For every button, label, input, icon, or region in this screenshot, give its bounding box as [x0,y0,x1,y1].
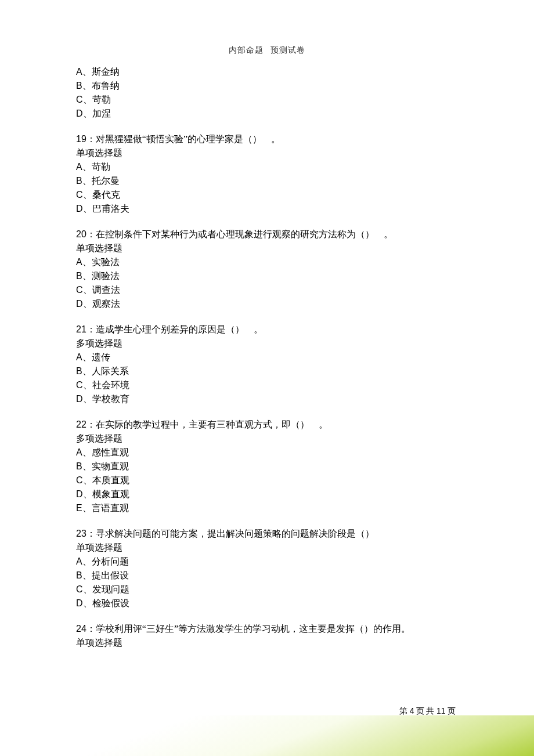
question-stem: 24：学校利用评“三好生”等方法激发学生的学习动机，这主要是发挥（）的作用。 [76,622,459,636]
option: C、社会环境 [76,378,459,392]
option-letter: A [76,67,82,77]
option-text: 观察法 [92,299,120,309]
question-stem: 23：寻求解决问题的可能方案，提出解决问题策略的问题解决阶段是（） [76,527,459,541]
option-letter: C [76,95,83,104]
option-sep: 、 [83,394,92,404]
option: C、发现问题 [76,583,459,596]
option: C、本质直观 [76,473,459,487]
question-type: 单项选择题 [76,241,459,255]
option-sep: 、 [83,190,92,200]
question-23: 23：寻求解决问题的可能方案，提出解决问题策略的问题解决阶段是（） 单项选择题 … [76,527,459,610]
question-number: 24 [76,624,86,634]
question-type: 单项选择题 [76,636,459,650]
option-letter: B [76,461,82,471]
option-text: 布鲁纳 [92,81,120,91]
option-sep: 、 [82,447,92,457]
option-sep: 、 [83,489,92,499]
question-number: 22 [76,419,86,429]
question-stem: 19：对黑猩猩做“顿悟实验”的心理学家是（） 。 [76,132,459,146]
option: D、巴甫洛夫 [76,202,459,216]
option-text: 分析问题 [92,556,129,566]
option-sep: 、 [83,285,92,295]
option-letter: D [76,489,83,499]
option-letter: C [76,285,83,295]
option: C、桑代克 [76,188,459,202]
option-text: 托尔曼 [92,176,120,186]
option-sep: 、 [82,81,92,91]
question-stem: 21：造成学生心理个别差异的原因是（） 。 [76,323,459,337]
content: A、斯金纳 B、布鲁纳 C、苛勒 D、加涅 19：对黑猩猩做“顿悟实验”的心理学… [76,65,459,650]
question-stem: 20：在控制条件下对某种行为或者心理现象进行观察的研究方法称为（） 。 [76,227,459,241]
stem-text: 学校利用评“三好生”等方法激发学生的学习动机，这主要是发挥（）的作用。 [96,624,410,634]
option-sep: 、 [83,598,92,608]
option-sep: 、 [83,584,92,594]
option: E、言语直观 [76,501,459,515]
option-text: 测验法 [92,271,120,281]
option: A、感性直观 [76,446,459,460]
option-text: 学校教育 [92,394,129,404]
option: A、遗传 [76,350,459,364]
option-sep: 、 [83,475,92,485]
page: 内部命题预测试卷 A、斯金纳 B、布鲁纳 C、苛勒 D、加涅 19：对黑猩猩做“… [0,0,534,756]
question-number: 21 [76,324,86,334]
option-text: 发现问题 [92,584,129,594]
option-letter: D [76,598,83,608]
option-letter: A [76,352,82,362]
option-letter: B [76,176,82,186]
option-sep: 、 [82,162,92,172]
footer-text-1: 第 [399,707,410,715]
option: A、分析问题 [76,555,459,569]
option-sep: 、 [83,204,92,214]
option-sep: 、 [82,503,92,513]
footer-page-total: 11 [436,706,446,715]
option-letter: A [76,162,82,172]
question-20: 20：在控制条件下对某种行为或者心理现象进行观察的研究方法称为（） 。 单项选择… [76,227,459,311]
option-text: 提出假设 [92,570,129,580]
option-letter: B [76,366,82,376]
option-text: 人际关系 [92,366,129,376]
option: B、提出假设 [76,569,459,583]
page-header: 内部命题预测试卷 [0,45,534,56]
colon: ： [86,529,96,538]
option-text: 巴甫洛夫 [92,204,129,214]
option: B、人际关系 [76,364,459,378]
option-letter: C [76,380,83,390]
option-sep: 、 [82,352,92,362]
question-type: 单项选择题 [76,146,459,160]
option-sep: 、 [82,366,92,376]
option-text: 苛勒 [92,162,110,172]
option: D、模象直观 [76,487,459,501]
option-sep: 、 [83,108,92,118]
option-sep: 、 [83,299,92,309]
question-number: 23 [76,529,86,538]
option-letter: C [76,584,83,594]
option: B、测验法 [76,269,459,283]
header-right: 预测试卷 [270,46,305,55]
option: D、加涅 [76,107,459,121]
option-letter: B [76,570,82,580]
option: B、实物直观 [76,460,459,473]
question-18-tail: A、斯金纳 B、布鲁纳 C、苛勒 D、加涅 [76,65,459,121]
option-text: 检验假设 [92,598,129,608]
option-sep: 、 [82,556,92,566]
question-type: 单项选择题 [76,541,459,555]
option-sep: 、 [82,67,92,77]
option-letter: A [76,447,82,457]
option-sep: 、 [82,176,92,186]
option-letter: B [76,81,82,91]
footer-text-2: 页 共 [414,707,436,715]
option-letter: D [76,108,83,118]
option: D、观察法 [76,297,459,311]
stem-text: 造成学生心理个别差异的原因是（） 。 [96,324,263,334]
option-text: 苛勒 [92,95,111,104]
footer-text-3: 页 [446,707,456,715]
option-text: 斯金纳 [92,67,120,77]
question-24: 24：学校利用评“三好生”等方法激发学生的学习动机，这主要是发挥（）的作用。 单… [76,622,459,650]
option-text: 实物直观 [92,461,129,471]
stem-text: 在实际的教学过程中，主要有三种直观方式，即（） 。 [96,419,328,429]
option-text: 感性直观 [92,447,129,457]
page-footer: 第 4 页 共 11 页 [399,706,456,717]
question-22: 22：在实际的教学过程中，主要有三种直观方式，即（） 。 多项选择题 A、感性直… [76,418,459,515]
option-text: 桑代克 [92,190,120,200]
question-21: 21：造成学生心理个别差异的原因是（） 。 多项选择题 A、遗传 B、人际关系 … [76,323,459,406]
